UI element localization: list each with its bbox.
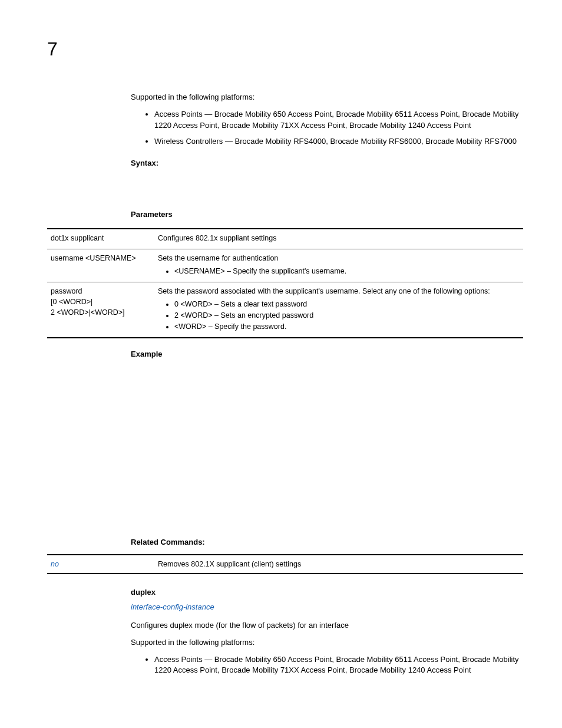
- related-command-link[interactable]: no: [47, 555, 154, 574]
- list-item: <USERNAME> – Specify the supplicant's us…: [174, 266, 520, 276]
- command-description: Configures duplex mode (for the flow of …: [131, 620, 523, 631]
- table-row: username <USERNAME> Sets the username fo…: [47, 249, 523, 282]
- param-desc: Configures 802.1x suppliant settings: [154, 229, 523, 249]
- list-item: Access Points — Brocade Mobility 650 Acc…: [154, 654, 523, 677]
- platform-list: Access Points — Brocade Mobility 650 Acc…: [131, 654, 523, 677]
- related-commands-table: no Removes 802.1X supplicant (client) se…: [47, 554, 523, 574]
- list-item: <WORD> – Specify the password.: [174, 321, 520, 332]
- platform-list: Access Points — Brocade Mobility 650 Acc…: [131, 109, 523, 147]
- chapter-number: 7: [47, 35, 523, 62]
- supported-intro: Supported in the following platforms:: [131, 637, 523, 648]
- syntax-heading: Syntax:: [131, 158, 523, 169]
- parameters-table: dot1x supplicant Configures 802.1x suppl…: [47, 228, 523, 338]
- related-command-desc: Removes 802.1X supplicant (client) setti…: [154, 555, 523, 574]
- param-name: dot1x supplicant: [47, 229, 154, 249]
- list-item: Wireless Controllers — Brocade Mobility …: [154, 136, 523, 147]
- table-row: no Removes 802.1X supplicant (client) se…: [47, 555, 523, 574]
- related-commands-heading: Related Commands:: [131, 537, 523, 548]
- table-row: password [0 <WORD>| 2 <WORD>|<WORD>] Set…: [47, 282, 523, 338]
- command-name: duplex: [131, 587, 523, 598]
- command-context-link[interactable]: interface-config-instance: [131, 602, 523, 613]
- param-name: password [0 <WORD>| 2 <WORD>|<WORD>]: [47, 282, 154, 338]
- param-desc-cell: Sets the username for authentication <US…: [154, 249, 523, 282]
- parameters-heading: Parameters: [131, 209, 523, 220]
- table-row: dot1x supplicant Configures 802.1x suppl…: [47, 229, 523, 249]
- list-item: Access Points — Brocade Mobility 650 Acc…: [154, 109, 523, 131]
- param-name: username <USERNAME>: [47, 249, 154, 282]
- list-item: 0 <WORD> – Sets a clear text password: [174, 299, 520, 309]
- example-heading: Example: [131, 349, 523, 360]
- list-item: 2 <WORD> – Sets an encrypted password: [174, 310, 520, 321]
- param-desc: Sets the password associated with the su…: [158, 287, 490, 295]
- param-desc: Sets the username for authentication: [158, 254, 278, 262]
- param-desc-cell: Sets the password associated with the su…: [154, 282, 523, 338]
- supported-intro: Supported in the following platforms:: [131, 92, 523, 103]
